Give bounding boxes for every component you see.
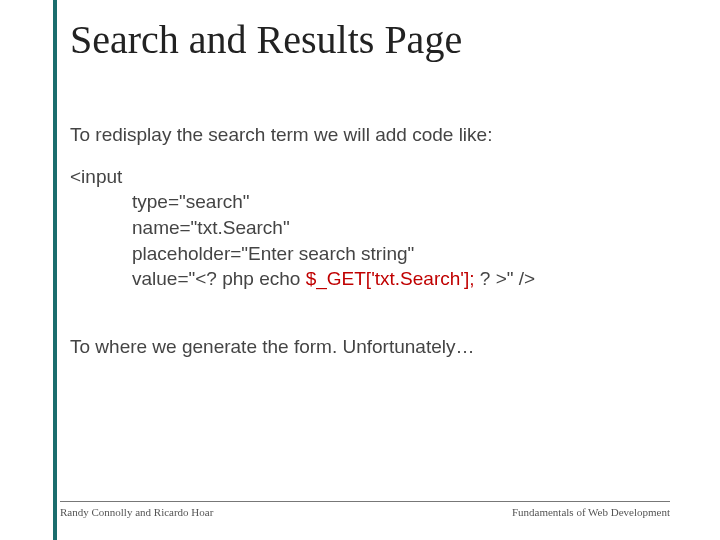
code-line-3: name="txt.Search"	[70, 215, 670, 241]
php-var: $_GET['txt.Search'];	[306, 268, 480, 289]
slide-title: Search and Results Page	[70, 18, 670, 62]
footer-left: Randy Connolly and Ricardo Hoar	[60, 506, 213, 518]
code-line-2: type="search"	[70, 189, 670, 215]
follow-text: To where we generate the form. Unfortuna…	[70, 334, 670, 360]
footer-row: Randy Connolly and Ricardo Hoar Fundamen…	[60, 506, 670, 518]
accent-strip	[53, 0, 57, 540]
footer: Randy Connolly and Ricardo Hoar Fundamen…	[60, 501, 670, 518]
lead-text: To redisplay the search term we will add…	[70, 122, 670, 148]
code-line-5: value="<? php echo $_GET['txt.Search']; …	[70, 266, 670, 292]
footer-rule	[60, 501, 670, 502]
code-line-5c: ? >" />	[480, 268, 535, 289]
code-block: <input type="search" name="txt.Search" p…	[70, 164, 670, 292]
code-line-4: placeholder="Enter search string"	[70, 241, 670, 267]
code-line-5a: value="<? php echo	[132, 268, 306, 289]
slide-body: To redisplay the search term we will add…	[70, 122, 670, 359]
slide: Search and Results Page To redisplay the…	[0, 0, 720, 540]
code-line-1: <input	[70, 164, 670, 190]
footer-right: Fundamentals of Web Development	[512, 506, 670, 518]
